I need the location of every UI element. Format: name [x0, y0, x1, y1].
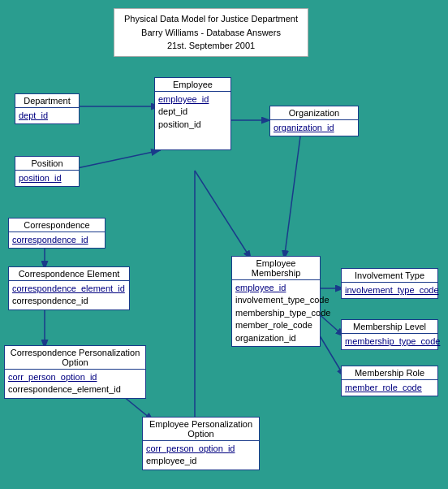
correspondence-element-body: correspondence_element_id correspondence…: [9, 281, 129, 309]
involvement-type-body: involvement_type_code: [342, 283, 437, 298]
department-body: dept_id: [15, 108, 79, 123]
employee-membership-body: employee_id involvement_type_code member…: [232, 280, 320, 346]
organization-entity: Organization organization_id: [269, 106, 359, 136]
position-body: position_id: [15, 171, 79, 186]
employee-person-option-header: Employee Personalization Option: [143, 418, 259, 441]
membership-level-header: Membership Level: [342, 320, 437, 334]
position-entity: Position position_id: [15, 156, 80, 187]
membership-role-entity: Membership Role member_role_code: [341, 366, 438, 396]
correspondence-element-header: Correspondence Element: [9, 267, 129, 281]
department-header: Department: [15, 94, 79, 108]
employee-body: employee_id dept_id position_id: [155, 92, 230, 132]
corr-person-option-header: Correspondence Personalization Option: [5, 346, 145, 370]
corr-person-option-entity: Correspondence Personalization Option co…: [4, 345, 146, 399]
correspondence-element-entity: Correspondence Element correspondence_el…: [8, 266, 130, 310]
employee-membership-header: Employee Membership: [232, 257, 320, 280]
employee-entity: Employee employee_id dept_id position_id: [154, 77, 231, 150]
title-box: Physical Data Model for Justice Departme…: [114, 8, 308, 57]
involvement-type-entity: Involvement Type involvement_type_code: [341, 268, 438, 299]
employee-membership-entity: Employee Membership employee_id involvem…: [231, 256, 321, 347]
membership-role-body: member_role_code: [342, 380, 437, 396]
organization-body: organization_id: [270, 120, 358, 136]
membership-level-body: membership_type_code: [342, 334, 437, 349]
position-header: Position: [15, 157, 79, 171]
correspondence-header: Correspondence: [9, 219, 105, 232]
svg-line-14: [284, 136, 300, 260]
title-line3: 21st. September 2001: [167, 41, 255, 50]
employee-person-option-body: corr_person_option_id employee_id: [143, 441, 259, 470]
title-line2: Barry Williams - Database Answers: [141, 28, 281, 37]
department-entity: Department dept_id: [15, 93, 80, 124]
svg-line-3: [77, 150, 161, 168]
organization-header: Organization: [270, 106, 358, 120]
corr-person-option-body: corr_person_option_id correspondence_ele…: [5, 370, 145, 398]
involvement-type-header: Involvement Type: [342, 269, 437, 283]
employee-header: Employee: [155, 78, 230, 92]
membership-level-entity: Membership Level membership_type_code: [341, 319, 438, 350]
membership-role-header: Membership Role: [342, 366, 437, 380]
employee-person-option-entity: Employee Personalization Option corr_per…: [142, 417, 260, 470]
correspondence-entity: Correspondence correspondence_id: [8, 218, 106, 249]
correspondence-body: correspondence_id: [9, 232, 105, 248]
svg-line-8: [195, 171, 252, 260]
title-line1: Physical Data Model for Justice Departme…: [124, 14, 298, 24]
